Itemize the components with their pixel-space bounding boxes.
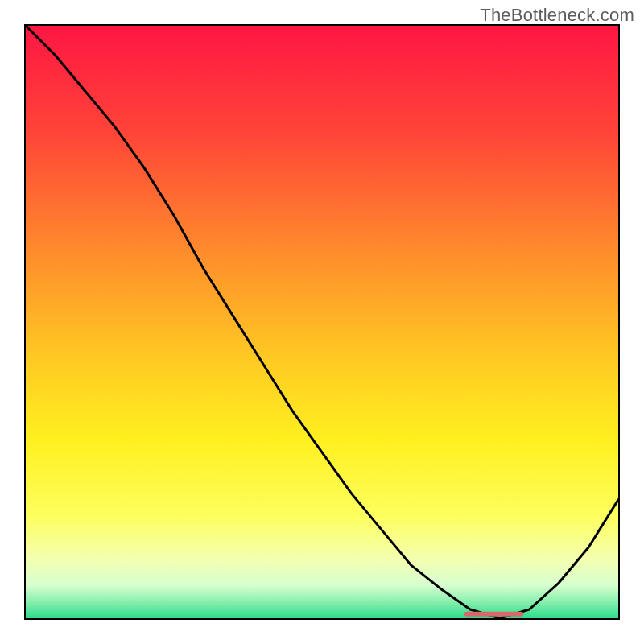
gradient-fill xyxy=(26,26,618,618)
watermark-text: TheBottleneck.com xyxy=(480,5,634,26)
chart-svg xyxy=(26,26,618,618)
optimal-range-marker xyxy=(464,612,524,617)
plot-area xyxy=(24,24,620,620)
chart-container: TheBottleneck.com xyxy=(0,0,644,644)
